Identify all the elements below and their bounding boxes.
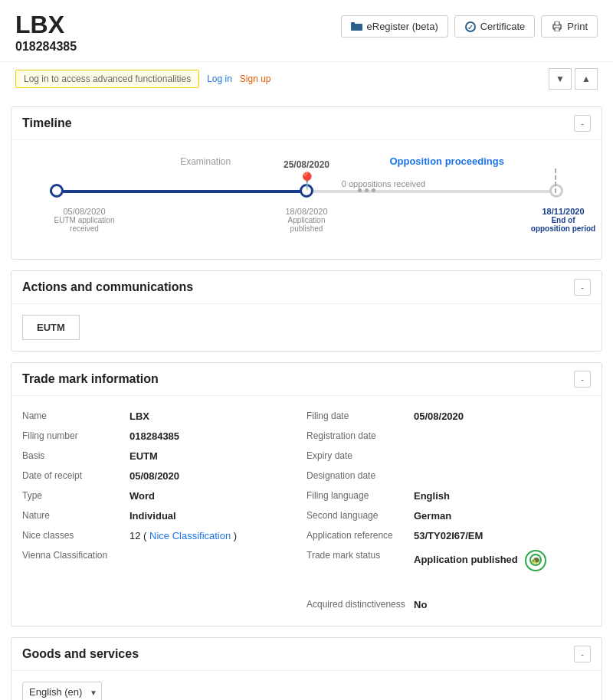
svg-rect-2 <box>351 22 355 25</box>
timeline-desc-mid: Applicationpublished <box>272 216 341 233</box>
trademark-right-col: Filing date 05/08/2020 Registration date… <box>306 407 591 615</box>
page-header: LBX 018284385 eRegister (beta) ✓ Certifi… <box>0 0 613 61</box>
print-icon <box>551 22 563 31</box>
login-bar-left: Log in to access advanced functionalitie… <box>15 70 271 88</box>
header-action-buttons: eRegister (beta) ✓ Certificate Print <box>341 15 598 38</box>
timeline-date-mid-val: 18/08/2020 <box>272 207 341 216</box>
login-link[interactable]: Log in <box>207 74 232 84</box>
tm-row-nice-classes: Nice classes 12 ( Nice Classification ) <box>22 526 291 546</box>
tm-row-designation-date: Designation date <box>306 466 575 486</box>
timeline-date-start-val: 05/08/2020 <box>50 207 119 216</box>
status-check-icon: 🐢 <box>529 554 542 568</box>
language-select[interactable]: English (en) <box>22 682 102 700</box>
actions-collapse-button[interactable]: - <box>574 279 591 296</box>
timeline-node-end <box>549 184 563 198</box>
certificate-icon: ✓ <box>464 22 477 31</box>
timeline-node-start <box>50 184 64 198</box>
tm-row-empty <box>306 575 575 595</box>
tm-filing-language-value: English <box>414 490 450 502</box>
svg-rect-6 <box>555 21 559 25</box>
nice-classification-link[interactable]: Nice Classification <box>149 530 231 541</box>
actions-content: EUTM <box>11 304 602 351</box>
trademark-name: LBX <box>15 12 77 37</box>
goods-section: Goods and services - English (en) ▼ 12 a… <box>11 637 602 700</box>
actions-header: Actions and communications - <box>11 271 602 304</box>
sort-buttons: ▼ ▲ <box>549 68 598 90</box>
tm-basis-value: EUTM <box>129 450 158 462</box>
svg-text:🐢: 🐢 <box>531 555 541 565</box>
print-button[interactable]: Print <box>541 15 598 38</box>
tm-row-filing-number: Filing number 018284385 <box>22 427 291 446</box>
certificate-label: Certificate <box>480 21 526 32</box>
tm-filing-number-value: 018284385 <box>129 430 179 442</box>
timeline-section: Timeline - Examination Opposition procee… <box>11 106 602 260</box>
tm-row-basis: Basis EUTM <box>22 446 291 466</box>
timeline-opp-label: Opposition proceedings <box>389 155 504 167</box>
tm-acquired-value: No <box>414 599 427 610</box>
trademark-collapse-button[interactable]: - <box>574 371 591 388</box>
tm-row-app-reference: Application reference 53/TY02I67/EM <box>306 526 575 546</box>
timeline-pin-date: 25/08/2020 <box>284 159 329 170</box>
timeline-oppositions-text: 0 oppositions received <box>342 179 425 188</box>
timeline-title: Timeline <box>22 116 72 130</box>
timeline-exam-label: Examination <box>180 156 231 167</box>
signup-link[interactable]: Sign up <box>240 74 271 84</box>
login-bar: Log in to access advanced functionalitie… <box>0 61 613 96</box>
timeline-desc-end: End ofopposition period <box>529 216 598 233</box>
tm-row-name: Name LBX <box>22 407 291 427</box>
tm-row-nature: Nature Individual <box>22 506 291 526</box>
sort-up-button[interactable]: ▲ <box>575 68 598 90</box>
goods-content: English (en) ▼ 12 automobiles and struct… <box>11 671 602 700</box>
actions-title: Actions and communications <box>22 280 193 294</box>
timeline-dashed-line <box>555 168 556 193</box>
folder-icon <box>351 22 363 31</box>
timeline-desc-start: EUTM applicationreceived <box>50 216 119 233</box>
tm-row-second-language: Second language German <box>306 506 575 526</box>
tm-row-date-receipt: Date of receipt 05/08/2020 <box>22 466 291 486</box>
tm-name-value: LBX <box>129 411 149 422</box>
tm-nature-value: Individual <box>129 510 176 522</box>
status-icon: 🐢 <box>525 550 546 571</box>
tm-row-filing-date: Filing date 05/08/2020 <box>306 407 575 427</box>
trademark-info-title: Trade mark information <box>22 372 159 386</box>
timeline-date-mid: 18/08/2020 Applicationpublished <box>272 207 341 233</box>
tm-row-vienna: Vienna Classification <box>22 546 291 566</box>
print-label: Print <box>567 21 588 32</box>
certificate-button[interactable]: ✓ Certificate <box>454 15 536 38</box>
trademark-section: Trade mark information - Name LBX Filing… <box>11 362 602 626</box>
eutm-badge-button[interactable]: EUTM <box>22 315 80 340</box>
trademark-title-block: LBX 018284385 <box>15 12 77 54</box>
login-bar-text: Log in to access advanced functionalitie… <box>15 70 199 88</box>
timeline-collapse-button[interactable]: - <box>574 115 591 132</box>
application-number: 018284385 <box>15 40 77 54</box>
goods-title: Goods and services <box>22 647 139 661</box>
tm-row-filing-language: Filing language English <box>306 486 575 506</box>
tm-filing-date-value: 05/08/2020 <box>414 411 464 422</box>
timeline-date-end-val: 18/11/2020 <box>529 207 598 216</box>
tm-date-receipt-value: 05/08/2020 <box>129 470 179 482</box>
timeline-pin-icon: 📍 <box>297 172 317 191</box>
svg-rect-7 <box>555 28 559 31</box>
tm-row-type: Type Word <box>22 486 291 506</box>
timeline-content: Examination Opposition proceedings 📍 <box>11 140 602 259</box>
tm-row-expiry-date: Expiry date <box>306 446 575 466</box>
tm-row-tm-status: Trade mark status Application published … <box>306 546 575 575</box>
trademark-info-content: Name LBX Filing number 018284385 Basis E… <box>11 396 602 626</box>
tm-type-value: Word <box>129 490 155 502</box>
tm-nice-classes-value: 12 ( Nice Classification ) <box>129 530 237 541</box>
tm-app-reference-value: 53/TY02I67/EM <box>414 530 483 541</box>
goods-header: Goods and services - <box>11 638 602 671</box>
lang-select-wrapper: English (en) ▼ <box>22 682 591 700</box>
timeline-date-end: 18/11/2020 End ofopposition period <box>529 207 598 233</box>
goods-collapse-button[interactable]: - <box>574 646 591 662</box>
trademark-grid: Name LBX Filing number 018284385 Basis E… <box>22 407 591 615</box>
svg-text:✓: ✓ <box>467 24 474 31</box>
eregister-button[interactable]: eRegister (beta) <box>341 15 448 38</box>
timeline-dots <box>358 188 375 192</box>
tm-status-value: Application published 🐢 <box>414 550 546 571</box>
actions-section: Actions and communications - EUTM <box>11 270 602 352</box>
sort-down-button[interactable]: ▼ <box>549 68 572 90</box>
tm-row-reg-date: Registration date <box>306 427 575 446</box>
timeline-date-start: 05/08/2020 EUTM applicationreceived <box>50 207 119 233</box>
trademark-info-header: Trade mark information - <box>11 363 602 396</box>
